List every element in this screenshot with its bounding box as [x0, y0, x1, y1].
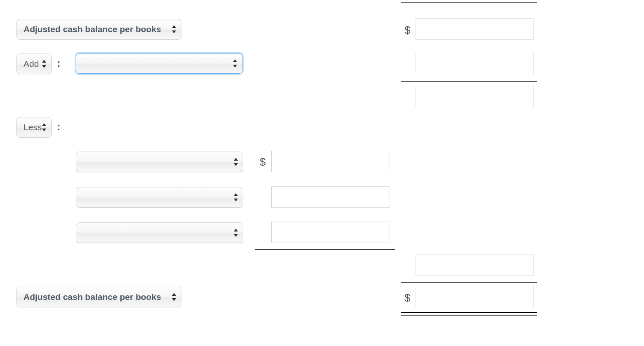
sort-arrows-icon — [41, 59, 47, 68]
add-colon: : — [57, 57, 61, 70]
sort-arrows-icon — [171, 292, 177, 302]
currency-symbol: $ — [404, 24, 410, 37]
closing-balance-amount[interactable] — [416, 286, 534, 307]
rule-below-add — [401, 81, 537, 82]
less-operation-dropdown[interactable]: Less — [16, 117, 52, 138]
sort-arrows-icon — [232, 59, 238, 68]
closing-balance-dropdown-text: Adjusted cash balance per books — [24, 292, 161, 302]
opening-balance-label-dropdown[interactable]: Adjusted cash balance per books — [16, 19, 181, 40]
less-item-2-dropdown[interactable] — [76, 187, 243, 208]
less-item-2-amount[interactable] — [271, 186, 390, 208]
bank-reconciliation-worksheet: Adjusted cash balance per books $ Add : … — [0, 0, 644, 346]
opening-balance-amount[interactable] — [416, 18, 534, 40]
rule-above-opening — [401, 2, 537, 3]
less-item-1-dropdown[interactable] — [76, 152, 243, 172]
less-item-3-dropdown[interactable] — [76, 222, 243, 243]
add-operation-dropdown[interactable]: Add — [16, 54, 52, 74]
currency-symbol: $ — [260, 156, 266, 168]
sort-arrows-icon — [41, 123, 47, 132]
opening-balance-dropdown-text: Adjusted cash balance per books — [24, 24, 161, 34]
add-amount[interactable] — [416, 53, 534, 74]
sort-arrows-icon — [171, 25, 177, 34]
sort-arrows-icon — [233, 157, 239, 166]
currency-symbol: $ — [404, 292, 410, 304]
rule-below-less-total — [401, 282, 537, 283]
less-item-3-amount[interactable] — [271, 222, 390, 243]
add-item-dropdown[interactable] — [76, 53, 242, 74]
sort-arrows-icon — [233, 193, 239, 202]
less-total-amount[interactable] — [416, 255, 534, 276]
less-operation-text: Less — [24, 122, 42, 132]
rule-below-less-items — [255, 249, 395, 250]
closing-balance-label-dropdown[interactable]: Adjusted cash balance per books — [16, 287, 181, 307]
subtotal-after-add[interactable] — [416, 86, 534, 107]
sort-arrows-icon — [233, 228, 239, 237]
less-item-1-amount[interactable] — [271, 151, 390, 172]
add-operation-text: Add — [24, 59, 39, 69]
less-colon: : — [57, 120, 61, 133]
